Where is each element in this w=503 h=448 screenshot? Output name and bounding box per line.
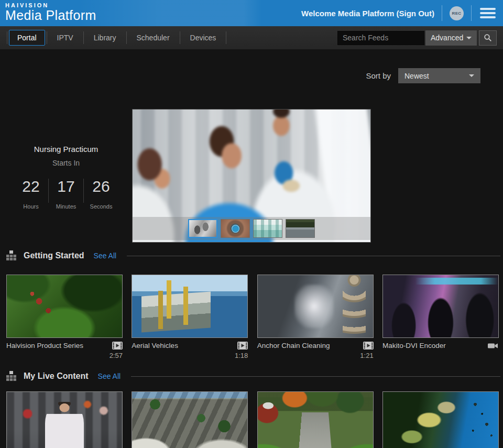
vod-filmstrip-icon: [363, 342, 374, 349]
carousel-thumb-hospital-ward[interactable]: [253, 219, 282, 238]
carousel-thumbnail-strip: [133, 217, 370, 240]
hours-label: Hours: [14, 203, 48, 210]
chevron-down-icon: [466, 37, 472, 39]
video-duration: 1:18: [132, 352, 248, 359]
section-header-getting-started: Getting Started See All: [6, 250, 500, 261]
hamburger-menu-icon[interactable]: [479, 7, 497, 19]
video-camera-icon: [488, 342, 499, 349]
section-divider: [131, 376, 500, 377]
vod-filmstrip-icon: [112, 342, 123, 349]
video-title: Anchor Chain Cleaning: [257, 342, 330, 349]
tab-divider: [226, 31, 226, 44]
countdown-seconds: 26 Seconds: [84, 178, 118, 210]
video-thumbnail-offshore-rig[interactable]: [132, 275, 248, 338]
video-title: Makito-DVI Encoder: [382, 342, 446, 349]
tab-scheduler[interactable]: Scheduler: [128, 30, 178, 46]
getting-started-cards: Haivision Product Series 2:57 Aerial Veh…: [6, 275, 499, 359]
carousel-thumb-medical-grayscale[interactable]: [188, 219, 217, 238]
video-thumbnail-anchor-chain[interactable]: [257, 275, 374, 338]
countdown-minutes: 17 Minutes: [49, 178, 83, 210]
section-header-my-live-content: My Live Content See All: [6, 371, 500, 381]
tab-divider: [126, 31, 127, 44]
video-title: Aerial Vehicles: [132, 342, 178, 349]
video-card[interactable]: Makito-DVI Encoder: [382, 275, 499, 359]
video-card[interactable]: Haivision Product Series 2:57: [6, 275, 123, 359]
video-thumbnail-coral-reef[interactable]: [382, 391, 499, 448]
advanced-search-button[interactable]: Advanced: [425, 30, 477, 46]
tab-library[interactable]: Library: [85, 30, 125, 46]
video-thumbnail-autumn-road[interactable]: [257, 391, 374, 448]
media-platform-app: HAIVISION Media Platform Welcome Media P…: [0, 0, 503, 448]
rec-badge[interactable]: REC: [450, 6, 464, 20]
tab-divider: [47, 31, 47, 44]
see-all-link[interactable]: See All: [98, 372, 121, 380]
search-button[interactable]: [479, 30, 497, 46]
my-live-content-cards: [6, 391, 499, 448]
header-divider: [471, 5, 472, 21]
section-title: My Live Content: [24, 371, 89, 381]
video-card[interactable]: [6, 391, 123, 448]
search-input[interactable]: [337, 31, 424, 45]
channel-grid-icon: [6, 371, 16, 381]
video-duration: [382, 352, 499, 359]
welcome-signout-link[interactable]: Welcome Media Platform (Sign Out): [301, 9, 434, 18]
search-icon: [484, 34, 492, 42]
countdown-title: Nursing Practicum: [0, 145, 132, 154]
sort-dropdown[interactable]: Newest: [398, 68, 480, 83]
tab-iptv[interactable]: IPTV: [49, 30, 82, 46]
video-card[interactable]: [257, 391, 374, 448]
see-all-link[interactable]: See All: [94, 252, 117, 260]
search-group: Advanced: [337, 30, 497, 46]
video-card[interactable]: Anchor Chain Cleaning 1:21: [257, 275, 374, 359]
seconds-label: Seconds: [84, 203, 118, 210]
product-name: Media Platform: [5, 8, 96, 23]
video-card[interactable]: [382, 391, 499, 448]
countdown-widget: Nursing Practicum Starts In 22 Hours 17 …: [0, 145, 132, 210]
tab-devices[interactable]: Devices: [182, 30, 225, 46]
nav-tabs: Portal IPTV Library Scheduler Devices: [6, 26, 227, 49]
video-card[interactable]: Aerial Vehicles 1:18: [132, 275, 248, 359]
tab-divider: [7, 31, 7, 44]
video-card[interactable]: [132, 391, 248, 448]
header-divider: [442, 5, 442, 21]
seconds-value: 26: [84, 178, 118, 195]
chevron-down-icon: [469, 74, 474, 77]
app-header: HAIVISION Media Platform Welcome Media P…: [0, 0, 503, 26]
video-thumbnail-rocky-cliffs[interactable]: [132, 391, 248, 448]
hours-value: 22: [14, 178, 48, 195]
countdown-hours: 22 Hours: [14, 178, 48, 210]
haivision-logo[interactable]: HAIVISION Media Platform: [5, 2, 96, 23]
header-right: Welcome Media Platform (Sign Out) REC: [301, 0, 497, 26]
carousel-thumb-lake[interactable]: [286, 219, 315, 238]
countdown-subtitle: Starts In: [0, 159, 132, 167]
advanced-label: Advanced: [431, 34, 463, 42]
hero-carousel[interactable]: [132, 109, 371, 243]
carousel-thumb-eye-closeup[interactable]: [221, 219, 250, 238]
tab-divider: [180, 31, 180, 44]
tab-divider: [83, 31, 84, 44]
minutes-value: 17: [49, 178, 83, 195]
tab-portal[interactable]: Portal: [9, 30, 45, 46]
video-duration: 2:57: [6, 352, 123, 359]
video-title: Haivision Product Series: [6, 342, 83, 349]
sort-by-label: Sort by: [366, 71, 391, 80]
vod-filmstrip-icon: [237, 342, 248, 349]
channel-grid-icon: [6, 250, 16, 261]
minutes-label: Minutes: [49, 203, 83, 210]
video-duration: 1:21: [257, 352, 374, 359]
video-thumbnail-tradeshow-interview[interactable]: [382, 275, 499, 338]
section-title: Getting Started: [24, 251, 84, 260]
sort-row: Sort by Newest: [366, 68, 480, 83]
sort-value: Newest: [404, 72, 429, 80]
section-divider: [127, 256, 500, 256]
video-thumbnail-studio-interview[interactable]: [6, 391, 123, 448]
countdown-units: 22 Hours 17 Minutes 26 Seconds: [0, 178, 132, 210]
video-thumbnail-jungle[interactable]: [6, 275, 123, 338]
main-navbar: Portal IPTV Library Scheduler Devices Ad…: [0, 26, 503, 49]
